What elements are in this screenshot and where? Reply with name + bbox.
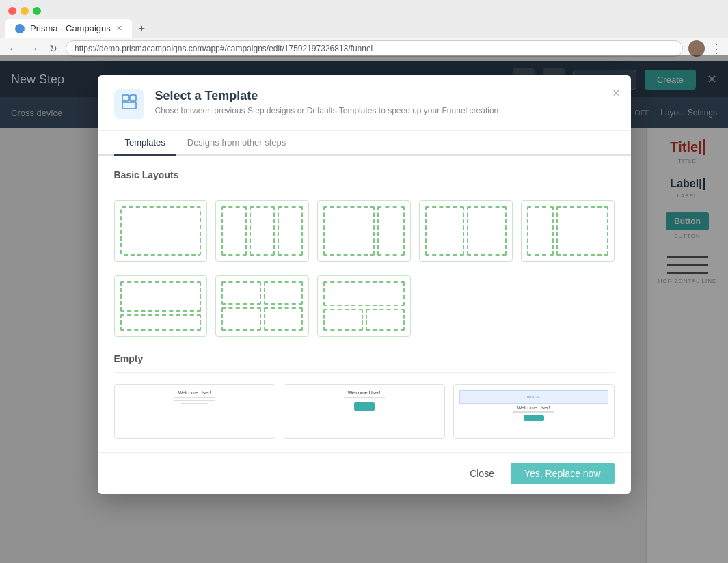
template-text-1: Welcome User! [178,390,211,395]
col-left [425,206,464,256]
tab-templates[interactable]: Templates [114,131,176,156]
layout-single[interactable] [114,200,208,262]
tab-designs-from-other-steps[interactable]: Designs from other steps [176,131,297,156]
svg-rect-2 [122,102,136,109]
section-divider-2 [114,372,615,373]
template-item-2[interactable]: Welcome User! [284,384,445,439]
template-image-block: IMAGE [459,390,608,404]
layout-top-row-bottom-inner [323,282,405,331]
back-button[interactable]: ← [5,42,21,55]
template-with-image: IMAGE Welcome User! [459,390,608,421]
traffic-maximize[interactable] [33,7,41,15]
traffic-close[interactable] [8,7,16,15]
col-big [323,206,375,256]
col-big-right [556,206,608,256]
layout-right-big-inner [527,206,608,256]
browser-menu-button[interactable]: ⋮ [710,41,723,56]
modal: Select a Template Chose between previous… [98,75,631,494]
row-top [323,282,405,306]
layout-top-bottom[interactable] [114,275,208,337]
col-2 [250,206,275,256]
layout-right-big[interactable] [521,200,615,262]
cell-br [264,307,303,331]
layout-thirds-inner [221,206,303,256]
traffic-minimize[interactable] [21,7,29,15]
bottom-col-2 [366,309,405,331]
layouts-grid-row1 [114,200,615,262]
template-icon [121,94,137,114]
layouts-grid-row2 [114,275,615,337]
col-3 [278,206,303,256]
layout-top-row-bottom[interactable] [317,275,411,337]
svg-rect-1 [130,95,136,101]
row-small [120,314,202,331]
col-1 [221,206,247,256]
cell-tl [221,282,260,305]
layout-left-big[interactable] [317,200,411,262]
modal-tabs: Templates Designs from other steps [98,131,631,156]
layout-thirds[interactable] [215,200,309,262]
layout-grid-2x2[interactable] [215,275,309,337]
modal-header: Select a Template Chose between previous… [98,75,631,131]
cell-bl [221,307,260,331]
layout-halves-inner [425,206,507,256]
modal-overlay: Select a Template Chose between previous… [0,55,728,563]
section-divider-1 [114,189,615,189]
empty-section-title: Empty [114,353,615,364]
template-item-1[interactable]: Welcome User! [114,384,275,439]
modal-body: Basic Layouts [98,156,631,452]
browser-tab[interactable]: Prisma - Campaigns ✕ [5,19,132,38]
layout-grid2x2-inner [221,282,303,331]
layout-halves[interactable] [419,200,513,262]
row-bottom [323,309,405,331]
replace-button[interactable]: Yes, Replace now [511,463,615,484]
tab-close-icon[interactable]: ✕ [116,24,122,33]
template-line-1a [174,397,215,398]
reload-button[interactable]: ↻ [46,42,60,55]
template-line-1c [181,403,208,404]
col-small [377,206,405,256]
new-tab-button[interactable]: + [135,21,149,36]
template-line-3a [513,411,554,413]
layout-single-inner [120,206,202,256]
basic-layouts-title: Basic Layouts [114,169,615,180]
row-big [120,282,202,312]
tab-favicon [15,24,25,33]
template-text-2: Welcome User! [348,390,381,395]
template-welcome-2: Welcome User! [290,390,439,411]
col-small-left [527,206,554,256]
modal-subtitle: Chose between previous Step designs or D… [155,106,615,115]
bottom-col-1 [323,309,362,331]
close-button[interactable]: Close [460,464,504,483]
modal-close-button[interactable]: × [612,86,620,100]
svg-rect-0 [122,95,129,101]
tab-title: Prisma - Campaigns [30,23,111,33]
template-welcome-1: Welcome User! [120,390,269,404]
templates-grid: Welcome User! Welcome User! IMA [114,384,615,439]
layout-top-bottom-inner [120,282,202,331]
cell-tr [264,282,303,305]
template-button-preview [354,402,375,411]
layout-split-inner [323,206,405,256]
forward-button[interactable]: → [26,42,41,55]
modal-footer: Close Yes, Replace now [98,452,631,494]
browser-chrome: Prisma - Campaigns ✕ + ← → ↻ https://dem… [0,0,728,61]
url-text: https://demo.prismacampaigns.com/app#/ca… [75,44,373,53]
col-right [467,206,506,256]
modal-header-text: Select a Template Chose between previous… [155,89,615,115]
template-text-3: Welcome User! [517,405,550,410]
template-small-button [524,415,544,421]
modal-title: Select a Template [155,89,615,103]
template-line-2a [344,397,385,398]
modal-icon [114,89,144,119]
template-line-1b [174,400,215,402]
template-item-3[interactable]: IMAGE Welcome User! [453,384,615,439]
